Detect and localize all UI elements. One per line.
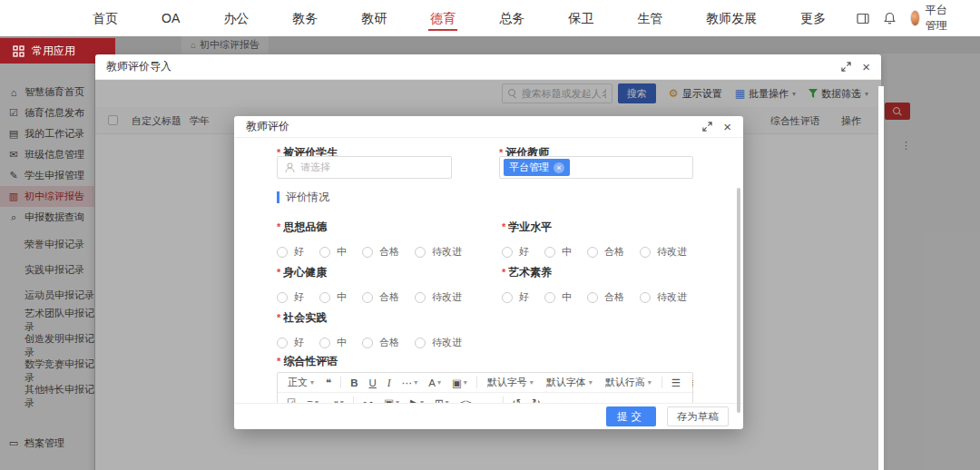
font-color-button[interactable]: A▾ xyxy=(423,377,446,388)
highlight-color-button[interactable]: ▣▾ xyxy=(446,377,473,389)
grid-icon xyxy=(13,45,24,57)
close-icon[interactable]: × xyxy=(862,60,870,73)
radio-icon xyxy=(587,292,598,303)
student-select[interactable]: 请选择 xyxy=(277,156,452,179)
insert-video-button[interactable]: ▶▾ xyxy=(405,397,429,404)
blockquote-button[interactable]: ❝ xyxy=(320,377,337,389)
chevron-down-icon: ▾ xyxy=(530,378,534,387)
redo-button[interactable]: ↻ xyxy=(526,397,546,404)
todo-list-button[interactable]: ☑ xyxy=(281,397,301,404)
group-social-practice: 社会实践 好 中 合格 待改进 xyxy=(277,310,485,349)
radio-option[interactable]: 待改进 xyxy=(415,245,462,259)
radio-option[interactable]: 合格 xyxy=(587,245,624,259)
radio-icon xyxy=(640,292,651,303)
ordered-list-button[interactable]: ≣ xyxy=(686,377,693,389)
chevron-down-icon: ▾ xyxy=(464,378,467,387)
toolbar-divider xyxy=(340,377,341,388)
radio-option[interactable]: 合格 xyxy=(362,290,399,304)
radio-option[interactable]: 中 xyxy=(319,336,347,349)
save-draft-button[interactable]: 存为草稿 xyxy=(667,406,729,426)
radio-option[interactable]: 待改进 xyxy=(415,336,462,349)
font-size-dropdown[interactable]: 默认字号▾ xyxy=(481,376,540,389)
top-nav: 首页 OA 办公 教务 教研 德育 总务 保卫 生管 教师发展 更多 平台管理 xyxy=(0,0,980,36)
toolbar-divider xyxy=(353,397,354,403)
user-name[interactable]: 平台管理 xyxy=(926,3,949,34)
avatar[interactable] xyxy=(910,10,920,26)
radio-option[interactable]: 合格 xyxy=(587,290,624,304)
radio-icon xyxy=(319,338,330,348)
nav-item-academic[interactable]: 教务 xyxy=(279,0,330,36)
modal-title: 教师评价 xyxy=(246,119,289,134)
page-scrollbar-track[interactable] xyxy=(880,86,884,470)
font-family-dropdown[interactable]: 默认字体▾ xyxy=(540,376,599,389)
radio-option[interactable]: 中 xyxy=(319,245,347,259)
radio-option[interactable]: 中 xyxy=(319,290,347,304)
close-icon[interactable]: × xyxy=(723,120,731,133)
radio-option[interactable]: 中 xyxy=(544,245,572,259)
more-text-style-button[interactable]: ⋯▾ xyxy=(397,377,424,389)
group-academic-level: 学业水平 好 中 合格 待改进 xyxy=(502,220,693,259)
italic-button[interactable]: I xyxy=(382,377,397,388)
insert-image-button[interactable]: ▣▾ xyxy=(378,397,405,404)
bold-button[interactable]: B xyxy=(345,377,363,388)
nav-item-home[interactable]: 首页 xyxy=(80,0,131,36)
nav-item-security[interactable]: 保卫 xyxy=(555,0,606,36)
panel-toggle-icon[interactable] xyxy=(857,13,869,24)
radio-option[interactable]: 好 xyxy=(277,290,304,304)
radio-option[interactable]: 合格 xyxy=(362,245,399,259)
modal-footer: 提交 存为草稿 xyxy=(234,403,743,429)
maximize-icon[interactable] xyxy=(841,62,851,72)
nav-item-research[interactable]: 教研 xyxy=(348,0,399,36)
editor-toolbar-row-2: ☑ ≡▾ ⇥▾ ⊶ ▣▾ ▶▾ ⊞▾ <> — ↺ ↻ xyxy=(278,393,692,403)
radio-option[interactable]: 好 xyxy=(277,245,304,259)
underline-button[interactable]: U xyxy=(364,377,382,388)
maximize-icon[interactable] xyxy=(702,122,712,132)
paragraph-style-dropdown[interactable]: 正文▾ xyxy=(281,376,320,389)
radio-icon xyxy=(415,247,426,258)
nav-item-office[interactable]: 办公 xyxy=(211,0,261,36)
radio-option[interactable]: 待改进 xyxy=(640,290,687,304)
radio-option[interactable]: 好 xyxy=(502,245,529,259)
bullet-list-button[interactable]: ☰ xyxy=(666,377,686,389)
radio-icon xyxy=(587,247,598,258)
radio-icon xyxy=(415,292,426,303)
toolbar-divider xyxy=(503,397,504,403)
sidebar-header-label: 常用应用 xyxy=(32,44,75,59)
nav-item-oa[interactable]: OA xyxy=(149,0,192,36)
teacher-eval-modal: 教师评价 × 被评价学生 评价教师 请选择 平台管理 × xyxy=(234,116,743,429)
radio-icon xyxy=(319,247,330,258)
radio-option[interactable]: 中 xyxy=(544,290,572,304)
modal-title: 教师评价导入 xyxy=(106,59,172,74)
comment-field-label: 综合性评语 xyxy=(277,354,338,369)
nav-item-moral-education[interactable]: 德育 xyxy=(417,0,468,36)
remove-tag-icon[interactable]: × xyxy=(554,162,564,173)
notification-bell-icon[interactable] xyxy=(884,12,896,24)
nav-item-general-affairs[interactable]: 总务 xyxy=(486,0,537,36)
radio-icon xyxy=(362,338,373,348)
person-icon xyxy=(285,162,295,173)
nav-item-student-mgmt[interactable]: 生管 xyxy=(624,0,675,36)
group-artistic-quality: 艺术素养 好 中 合格 待改进 xyxy=(502,265,693,304)
radio-option[interactable]: 好 xyxy=(277,336,304,349)
chevron-down-icon: ▾ xyxy=(310,378,314,387)
radio-icon xyxy=(415,338,426,348)
link-button[interactable]: ⊶ xyxy=(358,397,379,404)
nav-item-more[interactable]: 更多 xyxy=(788,0,838,36)
modal-scrollbar-thumb[interactable] xyxy=(737,188,740,413)
submit-button[interactable]: 提交 xyxy=(606,406,656,426)
toolbar-divider xyxy=(662,377,662,388)
radio-option[interactable]: 待改进 xyxy=(415,290,462,304)
chevron-down-icon: ▾ xyxy=(414,378,417,387)
comment-rich-text-editor[interactable]: 正文▾ ❝ B U I ⋯▾ A▾ ▣▾ 默认字号▾ 默认字体▾ 默认行高▾ ☰… xyxy=(277,372,693,403)
teacher-select[interactable]: 平台管理 × xyxy=(499,156,693,179)
undo-button[interactable]: ↺ xyxy=(507,397,527,404)
indent-button[interactable]: ⇥▾ xyxy=(324,397,349,404)
insert-table-button[interactable]: ⊞▾ xyxy=(429,397,455,404)
chevron-down-icon: ▾ xyxy=(437,378,441,387)
radio-option[interactable]: 好 xyxy=(502,290,529,304)
radio-option[interactable]: 待改进 xyxy=(640,245,687,259)
radio-option[interactable]: 合格 xyxy=(362,336,399,349)
section-bar xyxy=(277,191,279,203)
nav-item-teacher-development[interactable]: 教师发展 xyxy=(693,0,769,36)
line-height-dropdown[interactable]: 默认行高▾ xyxy=(599,376,658,389)
